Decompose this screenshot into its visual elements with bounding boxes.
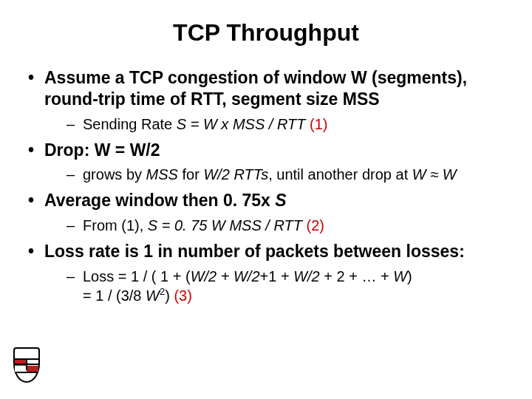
bullet-3: Average window then 0. 75x S From (1), S… bbox=[25, 190, 510, 235]
institution-logo bbox=[13, 347, 40, 383]
bullet-3-sub-1: From (1), S = 0. 75 W MSS / RTT (2) bbox=[66, 216, 510, 235]
slide-title: TCP Throughput bbox=[22, 19, 510, 47]
bullet-4-sub: Loss = 1 / ( 1 + (W/2 + W/2+1 + W/2 + 2 … bbox=[66, 267, 510, 305]
bullet-3-sub: From (1), S = 0. 75 W MSS / RTT (2) bbox=[66, 216, 510, 235]
bullet-2-text: Drop: W = W/2 bbox=[44, 140, 160, 160]
bullet-1-text: Assume a TCP congestion of window W (seg… bbox=[44, 68, 467, 109]
bullet-list: Assume a TCP congestion of window W (seg… bbox=[25, 67, 510, 305]
bullet-4: Loss rate is 1 in number of packets betw… bbox=[25, 241, 510, 305]
bullet-2: Drop: W = W/2 grows by MSS for W/2 RTTs,… bbox=[25, 140, 510, 185]
bullet-1-sub: Sending Rate S = W x MSS / RTT (1) bbox=[66, 115, 510, 134]
slide: TCP Throughput Assume a TCP congestion o… bbox=[0, 0, 532, 399]
shield-icon bbox=[13, 347, 40, 383]
bullet-4-sub-1: Loss = 1 / ( 1 + (W/2 + W/2+1 + W/2 + 2 … bbox=[66, 267, 510, 305]
bullet-1: Assume a TCP congestion of window W (seg… bbox=[25, 67, 510, 134]
bullet-2-sub-1: grows by MSS for W/2 RTTs, until another… bbox=[66, 165, 510, 184]
bullet-2-sub: grows by MSS for W/2 RTTs, until another… bbox=[66, 165, 510, 184]
bullet-3-text: Average window then 0. 75x bbox=[44, 191, 275, 210]
bullet-1-sub-1: Sending Rate S = W x MSS / RTT (1) bbox=[66, 115, 510, 134]
bullet-4-text: Loss rate is 1 in number of packets betw… bbox=[44, 242, 465, 261]
